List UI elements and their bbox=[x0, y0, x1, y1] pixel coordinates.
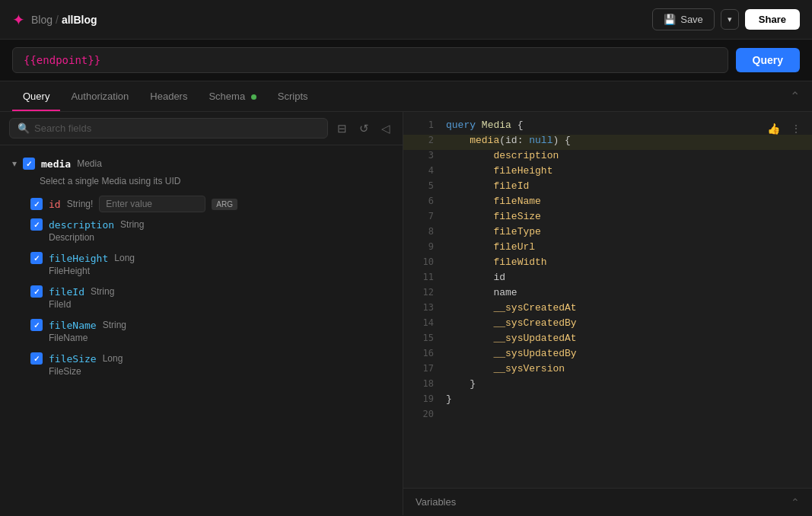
field-filesize-desc: FileSize bbox=[30, 365, 390, 380]
line-num-17: 17 bbox=[411, 363, 434, 374]
field-id-type: String! bbox=[67, 199, 94, 209]
line-num-19: 19 bbox=[411, 393, 434, 404]
tab-scripts-label: Scripts bbox=[278, 91, 308, 102]
share-button[interactable]: Share bbox=[745, 9, 800, 30]
field-id: id String! ARG bbox=[0, 193, 403, 215]
more-icon[interactable]: ⋮ bbox=[788, 119, 804, 138]
tab-schema[interactable]: Schema bbox=[198, 81, 266, 111]
endpoint-bar: Query bbox=[0, 40, 812, 81]
line-num-5: 5 bbox=[411, 180, 434, 191]
field-filename-name: fileName bbox=[49, 320, 97, 331]
field-id-arg-badge: ARG bbox=[212, 199, 237, 210]
search-input[interactable] bbox=[34, 123, 320, 134]
endpoint-input[interactable] bbox=[12, 47, 728, 73]
line-num-2: 2 bbox=[411, 135, 434, 145]
code-line-11: 11 id bbox=[403, 272, 812, 287]
code-content-19: } bbox=[446, 393, 452, 405]
line-num-14: 14 bbox=[411, 317, 434, 328]
field-id-checkbox[interactable] bbox=[30, 198, 43, 210]
field-fileheight: fileHeight Long FileHeight bbox=[0, 249, 403, 282]
tab-scripts[interactable]: Scripts bbox=[267, 81, 319, 111]
variables-bar: Variables ⌃ bbox=[403, 488, 812, 515]
save-chevron-button[interactable]: ▾ bbox=[721, 9, 739, 30]
tab-headers[interactable]: Headers bbox=[139, 81, 198, 111]
save-button[interactable]: 💾 Save bbox=[652, 8, 715, 30]
media-checkbox[interactable] bbox=[23, 158, 35, 170]
tab-headers-label: Headers bbox=[150, 91, 187, 102]
code-line-14: 14 __sysCreatedBy bbox=[403, 317, 812, 333]
line-num-11: 11 bbox=[411, 272, 434, 282]
field-filesize-checkbox[interactable] bbox=[30, 352, 43, 365]
line-num-18: 18 bbox=[411, 378, 434, 389]
tab-schema-label: Schema bbox=[209, 91, 245, 102]
tab-query-label: Query bbox=[23, 91, 49, 102]
header-right: 💾 Save ▾ Share bbox=[652, 8, 800, 30]
code-line-20: 20 bbox=[403, 409, 812, 424]
field-fileid-name: fileId bbox=[49, 286, 84, 298]
field-filesize: fileSize Long FileSize bbox=[0, 349, 403, 383]
tab-query[interactable]: Query bbox=[12, 81, 60, 111]
code-editor[interactable]: 1 query Media { 2 media(id: null) { 3 de… bbox=[403, 112, 812, 488]
thumbsup-icon[interactable]: 👍 bbox=[764, 119, 783, 138]
line-num-6: 6 bbox=[411, 196, 434, 206]
line-num-15: 15 bbox=[411, 333, 434, 343]
logo-icon: ✦ bbox=[12, 11, 25, 29]
field-filename: fileName String FileName bbox=[0, 316, 403, 349]
main-content: 🔍 ⊟ ↺ ◁ ▾ media Media Select a single Me… bbox=[0, 112, 812, 515]
code-line-3: 3 description bbox=[403, 150, 812, 165]
filter-icon[interactable]: ⊟ bbox=[334, 119, 350, 139]
line-num-13: 13 bbox=[411, 302, 434, 313]
code-line-19: 19 } bbox=[403, 393, 812, 409]
field-filename-row: fileName String bbox=[30, 319, 390, 331]
header-left: ✦ Blog / allBlog bbox=[12, 11, 97, 29]
field-description-row: description String bbox=[30, 218, 390, 231]
line-num-16: 16 bbox=[411, 348, 434, 358]
save-label: Save bbox=[680, 14, 703, 25]
field-filename-type: String bbox=[103, 320, 126, 330]
tab-authorization-label: Authorization bbox=[71, 91, 129, 102]
code-content-18: } bbox=[446, 378, 476, 390]
field-filesize-name: fileSize bbox=[49, 353, 97, 365]
refresh-icon[interactable]: ↺ bbox=[356, 119, 372, 139]
code-content-5: fileId bbox=[446, 180, 529, 192]
code-content-15: __sysUpdatedAt bbox=[446, 333, 577, 344]
code-content-11: id bbox=[446, 272, 505, 283]
query-button[interactable]: Query bbox=[736, 48, 800, 72]
media-header: ▾ media Media bbox=[0, 153, 403, 174]
field-fileheight-type: Long bbox=[114, 253, 135, 263]
field-filesize-type: Long bbox=[103, 353, 123, 364]
tabs-bar: Query Authorization Headers Schema Scrip… bbox=[0, 81, 812, 112]
code-line-15: 15 __sysUpdatedAt bbox=[403, 333, 812, 348]
right-icons: 👍 ⋮ bbox=[764, 119, 804, 138]
field-id-name: id bbox=[49, 199, 61, 210]
code-line-16: 16 __sysUpdatedBy bbox=[403, 348, 812, 363]
media-type: Media bbox=[77, 158, 102, 169]
collapse-panel-icon[interactable]: ◁ bbox=[378, 119, 393, 139]
field-filename-checkbox[interactable] bbox=[30, 319, 43, 331]
breadcrumb-current: allBlog bbox=[62, 14, 97, 26]
code-content-6: fileName bbox=[446, 196, 541, 207]
code-line-2: 2 media(id: null) { bbox=[403, 135, 812, 150]
field-id-input[interactable] bbox=[99, 196, 205, 212]
code-line-18: 18 } bbox=[403, 378, 812, 393]
field-description-checkbox[interactable] bbox=[30, 218, 43, 231]
code-content-17: __sysVersion bbox=[446, 363, 565, 374]
code-content-14: __sysCreatedBy bbox=[446, 317, 577, 329]
tabs-collapse-icon[interactable]: ⌃ bbox=[790, 89, 800, 104]
line-num-10: 10 bbox=[411, 256, 434, 267]
code-content-16: __sysUpdatedBy bbox=[446, 348, 577, 359]
line-num-1: 1 bbox=[411, 119, 434, 130]
fields-list: ▾ media Media Select a single Media usin… bbox=[0, 145, 403, 515]
breadcrumb-blog[interactable]: Blog bbox=[31, 14, 53, 26]
code-line-4: 4 fileHeight bbox=[403, 165, 812, 180]
field-fileid-checkbox[interactable] bbox=[30, 285, 43, 298]
field-fileheight-checkbox[interactable] bbox=[30, 252, 43, 264]
code-content-10: fileWidth bbox=[446, 256, 547, 268]
code-content-7: fileSize bbox=[446, 211, 541, 222]
field-fileid-desc: FileId bbox=[30, 298, 390, 313]
code-line-13: 13 __sysCreatedAt bbox=[403, 302, 812, 317]
code-line-7: 7 fileSize bbox=[403, 211, 812, 226]
media-chevron-icon[interactable]: ▾ bbox=[12, 158, 17, 169]
tab-authorization[interactable]: Authorization bbox=[60, 81, 139, 111]
variables-collapse-icon[interactable]: ⌃ bbox=[791, 496, 800, 508]
